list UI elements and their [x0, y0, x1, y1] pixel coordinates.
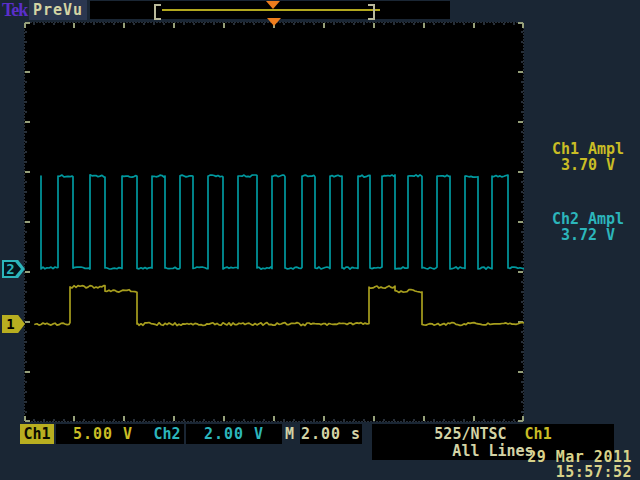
window-left-bracket-icon — [154, 4, 161, 20]
ch1-scale-readout: 5.00 V — [56, 424, 150, 444]
acquisition-status: PreVu — [29, 0, 87, 20]
record-view-bar — [90, 1, 450, 19]
oscilloscope-screen: Tek PreVu 2 1 Ch1 Ampl 3.70 V Ch2 Ampl 3… — [0, 0, 640, 480]
ch1-meas-value: 3.70 V — [538, 157, 638, 173]
ch1-marker-label: 1 — [2, 315, 19, 333]
ch2-badge: Ch2 — [150, 424, 184, 444]
trigger-source: Ch1 — [525, 426, 552, 443]
ch2-meas-value: 3.72 V — [538, 227, 638, 243]
ch1-amplitude-measurement: Ch1 Ampl 3.70 V — [538, 141, 638, 173]
datetime-readout: 29 Mar 2011 15:57:52 — [527, 450, 632, 480]
ch1-meas-label: Ch1 Ampl — [538, 141, 638, 157]
trigger-time-marker-icon — [267, 18, 281, 26]
readout-bar: Ch1 5.00 V Ch2 2.00 V M 2.00 s 525/NTSC … — [0, 424, 640, 480]
ch1-badge: Ch1 — [20, 424, 54, 444]
record-window-line — [162, 9, 380, 11]
waveform-canvas — [24, 22, 524, 422]
ch2-scale-readout: 2.00 V — [186, 424, 282, 444]
trigger-position-marker-icon — [266, 1, 280, 9]
ch2-amplitude-measurement: Ch2 Ampl 3.72 V — [538, 211, 638, 243]
timebase-readout: 2.00 s — [300, 424, 362, 444]
tek-logo: Tek — [2, 0, 32, 20]
ch2-marker-label: 2 — [2, 260, 19, 278]
ch2-ground-marker: 2 — [2, 260, 25, 278]
trigger-standard: 525/NTSC — [434, 426, 506, 443]
waveform-display — [24, 22, 524, 422]
measurement-readouts: Ch1 Ampl 3.70 V Ch2 Ampl 3.72 V — [538, 141, 638, 281]
window-right-bracket-icon — [368, 4, 375, 20]
timebase-badge: M — [285, 424, 294, 444]
ch1-ground-marker: 1 — [2, 315, 25, 333]
ch2-meas-label: Ch2 Ampl — [538, 211, 638, 227]
time-text: 15:57:52 — [527, 465, 632, 480]
